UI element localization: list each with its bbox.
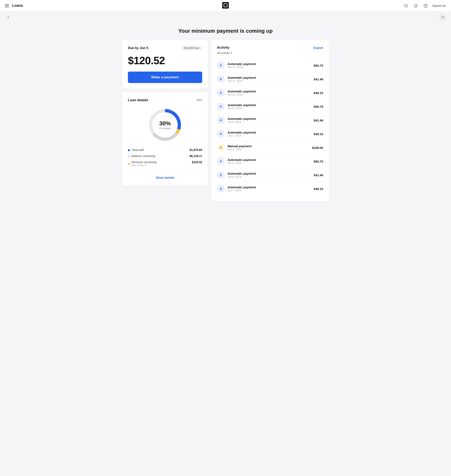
activity-amount: $50.75 — [314, 160, 323, 163]
activity-amount: $50.75 — [314, 64, 323, 67]
payment-card-header: Due by Jun 5 $10,000 loan — [128, 45, 202, 50]
activity-left: Automatic payment Oct 7, 2019 — [217, 130, 256, 138]
back-button[interactable] — [5, 14, 12, 20]
activity-info: Automatic payment Oct 7, 2019 — [227, 186, 256, 192]
activity-info: Automatic payment Oct 8, 2019 — [227, 117, 256, 123]
activity-name: Manual payment — [227, 144, 252, 148]
activity-icon-auto — [217, 171, 225, 179]
activity-item: Automatic payment Oct 8, 2019 $41.49 — [217, 114, 323, 127]
activity-info: Manual payment Oct 6, 2019 — [227, 144, 252, 151]
activity-item: Automatic payment Oct 10, 2019 $45.10 — [217, 86, 323, 100]
legend-value-balance: $6,129.17 — [189, 154, 202, 158]
activity-info: Automatic payment Oct 10, 2019 — [227, 90, 256, 96]
activity-item: Automatic payment Oct 8, 2019 $41.49 — [217, 168, 323, 182]
more-options-icon[interactable]: ••• — [197, 98, 202, 103]
legend-minimum-remaining: Minimum remaining Due on Apr 5 $120.52 — [128, 161, 202, 167]
activity-date: Oct 9, 2019 — [227, 161, 256, 165]
donut-chart-container: 30% Complete — [128, 107, 202, 143]
svg-rect-13 — [222, 147, 222, 148]
activity-item: Automatic payment Oct 7, 2019 $45.10 — [217, 127, 323, 141]
left-column: Due by Jun 5 $10,000 loan $120.52 Make a… — [122, 40, 208, 201]
activity-info: Automatic payment Oct 12, 2019 — [227, 62, 256, 69]
activity-icon-auto — [217, 157, 225, 165]
right-column: Activity Export All activity ▾ Automatic… — [211, 40, 329, 201]
legend-list: Total paid $1,870.83 Balance remaining $… — [128, 148, 202, 167]
activity-left: Automatic payment Oct 10, 2019 — [217, 89, 256, 97]
search-icon[interactable] — [403, 2, 409, 9]
legend-text-total-paid: Total paid — [132, 148, 144, 152]
header-title: Loans — [12, 3, 23, 8]
legend-left-minimum: Minimum remaining Due on Apr 5 — [128, 161, 157, 167]
legend-text-balance: Balance remaining — [132, 154, 155, 158]
activity-item: Automatic payment Oct 7, 2019 $45.10 — [217, 182, 323, 195]
activity-card: Activity Export All activity ▾ Automatic… — [211, 40, 329, 201]
filter-label: All activity — [217, 51, 230, 55]
activity-amount: $41.49 — [314, 77, 323, 81]
activity-left: Manual payment Oct 6, 2019 — [217, 144, 252, 152]
help-circle-icon[interactable] — [422, 2, 429, 9]
filter-arrow-icon: ▾ — [231, 51, 232, 54]
activity-item: Automatic payment Oct 12, 2019 $50.75 — [217, 59, 323, 72]
activity-icon-auto — [217, 103, 225, 110]
menu-icon[interactable] — [5, 4, 9, 7]
activity-info: Automatic payment Oct 9, 2019 — [227, 103, 256, 110]
activity-icon-auto — [217, 130, 225, 138]
activity-date: Oct 8, 2019 — [227, 175, 256, 178]
activity-left: Automatic payment Oct 9, 2019 — [217, 103, 256, 110]
legend-left-balance: Balance remaining — [128, 154, 155, 158]
activity-name: Automatic payment — [227, 172, 256, 175]
legend-balance-remaining: Balance remaining $6,129.17 — [128, 154, 202, 158]
export-button[interactable]: Export — [313, 46, 323, 50]
svg-rect-14 — [219, 148, 222, 149]
legend-sub-minimum: Due on Apr 5 — [132, 164, 157, 167]
activity-item: Automatic payment Oct 11, 2019 $41.49 — [217, 72, 323, 86]
activity-info: Automatic payment Oct 9, 2019 — [227, 158, 256, 165]
payment-card: Due by Jun 5 $10,000 loan $120.52 Make a… — [122, 40, 208, 89]
donut-chart: 30% Complete — [147, 107, 183, 143]
make-payment-button[interactable]: Make a payment — [128, 71, 202, 83]
activity-info: Automatic payment Oct 11, 2019 — [227, 76, 256, 82]
due-label: Due by Jun 5 — [128, 46, 148, 50]
activity-info: Automatic payment Oct 8, 2019 — [227, 172, 256, 178]
activity-amount: $45.10 — [314, 132, 323, 136]
svg-rect-0 — [222, 2, 229, 9]
activity-icon-manual — [217, 144, 225, 152]
activity-date: Oct 7, 2019 — [227, 189, 256, 192]
activity-left: Automatic payment Oct 7, 2019 — [217, 185, 256, 193]
page-title-section: Your minimum payment is coming up — [0, 23, 451, 40]
activity-filter[interactable]: All activity ▾ — [217, 51, 323, 55]
loan-details-header: Loan details ••• — [128, 98, 202, 103]
activity-left: Automatic payment Oct 8, 2019 — [217, 116, 256, 124]
legend-dot-blue — [128, 149, 130, 151]
main-content: Due by Jun 5 $10,000 loan $120.52 Make a… — [117, 40, 334, 209]
user-name: Square Inc — [432, 4, 446, 7]
header-right: Square Inc — [403, 2, 446, 9]
help-button[interactable] — [439, 14, 446, 20]
activity-name: Automatic payment — [227, 186, 256, 189]
activity-amount: $50.75 — [314, 105, 323, 108]
show-details-button[interactable]: Show details — [128, 175, 202, 180]
activity-amount: $41.49 — [314, 119, 323, 122]
donut-label: Complete — [159, 127, 171, 130]
activity-date: Oct 7, 2019 — [227, 134, 256, 137]
header-left: Loans — [5, 3, 23, 8]
activity-icon-auto — [217, 75, 225, 83]
activity-amount: $45.10 — [314, 187, 323, 191]
activity-amount: $41.49 — [314, 174, 323, 177]
legend-dot-gray — [128, 155, 130, 157]
activity-item: Automatic payment Oct 9, 2019 $50.75 — [217, 100, 323, 114]
activity-name: Automatic payment — [227, 62, 256, 66]
divider — [128, 172, 202, 172]
activity-amount: $45.10 — [314, 91, 323, 95]
sub-header — [0, 12, 451, 23]
activity-info: Automatic payment Oct 7, 2019 — [227, 131, 256, 137]
bell-icon[interactable] — [413, 2, 419, 9]
activity-left: Automatic payment Oct 9, 2019 — [217, 157, 256, 165]
svg-rect-11 — [219, 147, 220, 148]
activity-name: Automatic payment — [227, 131, 256, 134]
activity-name: Automatic payment — [227, 90, 256, 93]
svg-rect-12 — [221, 147, 221, 148]
activity-header: Activity Export — [217, 45, 323, 50]
app-header: Loans Square Inc — [0, 0, 451, 12]
loan-details-title: Loan details — [128, 98, 148, 102]
